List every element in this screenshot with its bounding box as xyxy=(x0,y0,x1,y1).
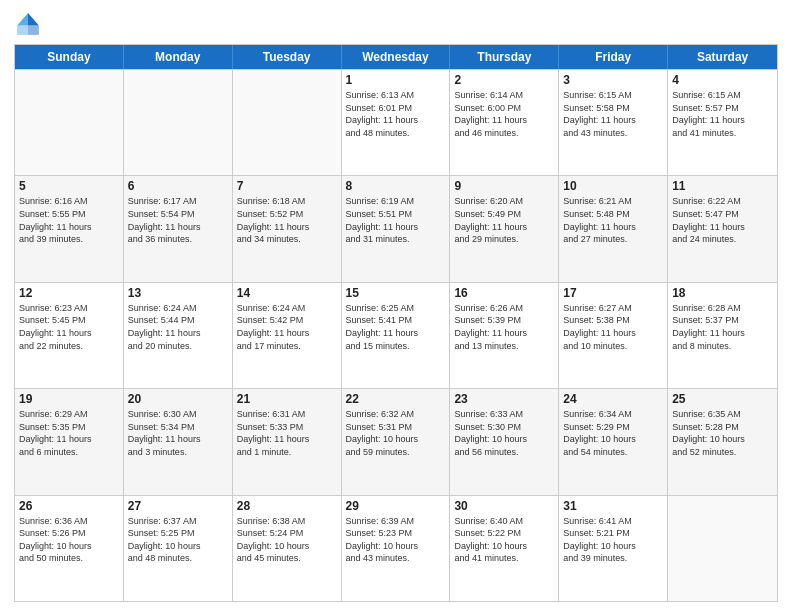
cal-header-day: Wednesday xyxy=(342,45,451,69)
day-number: 6 xyxy=(128,179,228,193)
calendar-cell: 22Sunrise: 6:32 AM Sunset: 5:31 PM Dayli… xyxy=(342,389,451,494)
svg-rect-3 xyxy=(17,26,28,35)
svg-marker-0 xyxy=(28,13,39,25)
day-number: 28 xyxy=(237,499,337,513)
cal-header-day: Friday xyxy=(559,45,668,69)
logo-icon xyxy=(14,10,42,38)
calendar-cell: 31Sunrise: 6:41 AM Sunset: 5:21 PM Dayli… xyxy=(559,496,668,601)
calendar-cell: 15Sunrise: 6:25 AM Sunset: 5:41 PM Dayli… xyxy=(342,283,451,388)
day-number: 24 xyxy=(563,392,663,406)
calendar-header: SundayMondayTuesdayWednesdayThursdayFrid… xyxy=(15,45,777,69)
day-number: 25 xyxy=(672,392,773,406)
day-number: 22 xyxy=(346,392,446,406)
calendar-cell: 8Sunrise: 6:19 AM Sunset: 5:51 PM Daylig… xyxy=(342,176,451,281)
calendar-cell: 16Sunrise: 6:26 AM Sunset: 5:39 PM Dayli… xyxy=(450,283,559,388)
day-number: 7 xyxy=(237,179,337,193)
calendar: SundayMondayTuesdayWednesdayThursdayFrid… xyxy=(14,44,778,602)
calendar-cell: 2Sunrise: 6:14 AM Sunset: 6:00 PM Daylig… xyxy=(450,70,559,175)
calendar-cell: 5Sunrise: 6:16 AM Sunset: 5:55 PM Daylig… xyxy=(15,176,124,281)
calendar-cell: 1Sunrise: 6:13 AM Sunset: 6:01 PM Daylig… xyxy=(342,70,451,175)
day-number: 13 xyxy=(128,286,228,300)
calendar-cell: 20Sunrise: 6:30 AM Sunset: 5:34 PM Dayli… xyxy=(124,389,233,494)
day-number: 17 xyxy=(563,286,663,300)
calendar-cell xyxy=(15,70,124,175)
calendar-cell xyxy=(124,70,233,175)
day-info: Sunrise: 6:34 AM Sunset: 5:29 PM Dayligh… xyxy=(563,408,663,458)
cal-header-day: Saturday xyxy=(668,45,777,69)
day-number: 18 xyxy=(672,286,773,300)
cal-header-day: Tuesday xyxy=(233,45,342,69)
svg-marker-1 xyxy=(28,26,39,35)
day-info: Sunrise: 6:40 AM Sunset: 5:22 PM Dayligh… xyxy=(454,515,554,565)
calendar-cell: 25Sunrise: 6:35 AM Sunset: 5:28 PM Dayli… xyxy=(668,389,777,494)
day-number: 27 xyxy=(128,499,228,513)
calendar-cell: 30Sunrise: 6:40 AM Sunset: 5:22 PM Dayli… xyxy=(450,496,559,601)
day-number: 4 xyxy=(672,73,773,87)
calendar-cell xyxy=(233,70,342,175)
cal-header-day: Thursday xyxy=(450,45,559,69)
day-info: Sunrise: 6:33 AM Sunset: 5:30 PM Dayligh… xyxy=(454,408,554,458)
day-info: Sunrise: 6:25 AM Sunset: 5:41 PM Dayligh… xyxy=(346,302,446,352)
day-info: Sunrise: 6:18 AM Sunset: 5:52 PM Dayligh… xyxy=(237,195,337,245)
day-number: 1 xyxy=(346,73,446,87)
calendar-row: 26Sunrise: 6:36 AM Sunset: 5:26 PM Dayli… xyxy=(15,495,777,601)
day-info: Sunrise: 6:28 AM Sunset: 5:37 PM Dayligh… xyxy=(672,302,773,352)
day-number: 5 xyxy=(19,179,119,193)
day-info: Sunrise: 6:38 AM Sunset: 5:24 PM Dayligh… xyxy=(237,515,337,565)
day-number: 2 xyxy=(454,73,554,87)
day-info: Sunrise: 6:17 AM Sunset: 5:54 PM Dayligh… xyxy=(128,195,228,245)
svg-marker-2 xyxy=(17,13,28,25)
day-number: 8 xyxy=(346,179,446,193)
day-number: 10 xyxy=(563,179,663,193)
day-info: Sunrise: 6:32 AM Sunset: 5:31 PM Dayligh… xyxy=(346,408,446,458)
day-number: 16 xyxy=(454,286,554,300)
day-number: 30 xyxy=(454,499,554,513)
calendar-cell: 6Sunrise: 6:17 AM Sunset: 5:54 PM Daylig… xyxy=(124,176,233,281)
day-number: 26 xyxy=(19,499,119,513)
cal-header-day: Monday xyxy=(124,45,233,69)
calendar-cell: 3Sunrise: 6:15 AM Sunset: 5:58 PM Daylig… xyxy=(559,70,668,175)
day-number: 21 xyxy=(237,392,337,406)
day-number: 19 xyxy=(19,392,119,406)
calendar-cell: 14Sunrise: 6:24 AM Sunset: 5:42 PM Dayli… xyxy=(233,283,342,388)
day-info: Sunrise: 6:15 AM Sunset: 5:58 PM Dayligh… xyxy=(563,89,663,139)
calendar-row: 5Sunrise: 6:16 AM Sunset: 5:55 PM Daylig… xyxy=(15,175,777,281)
day-info: Sunrise: 6:35 AM Sunset: 5:28 PM Dayligh… xyxy=(672,408,773,458)
day-info: Sunrise: 6:26 AM Sunset: 5:39 PM Dayligh… xyxy=(454,302,554,352)
day-info: Sunrise: 6:23 AM Sunset: 5:45 PM Dayligh… xyxy=(19,302,119,352)
calendar-body: 1Sunrise: 6:13 AM Sunset: 6:01 PM Daylig… xyxy=(15,69,777,601)
day-info: Sunrise: 6:30 AM Sunset: 5:34 PM Dayligh… xyxy=(128,408,228,458)
cal-header-day: Sunday xyxy=(15,45,124,69)
day-number: 9 xyxy=(454,179,554,193)
day-info: Sunrise: 6:22 AM Sunset: 5:47 PM Dayligh… xyxy=(672,195,773,245)
calendar-row: 19Sunrise: 6:29 AM Sunset: 5:35 PM Dayli… xyxy=(15,388,777,494)
calendar-cell: 10Sunrise: 6:21 AM Sunset: 5:48 PM Dayli… xyxy=(559,176,668,281)
calendar-cell xyxy=(668,496,777,601)
day-info: Sunrise: 6:24 AM Sunset: 5:42 PM Dayligh… xyxy=(237,302,337,352)
day-number: 31 xyxy=(563,499,663,513)
day-info: Sunrise: 6:21 AM Sunset: 5:48 PM Dayligh… xyxy=(563,195,663,245)
day-number: 11 xyxy=(672,179,773,193)
calendar-cell: 7Sunrise: 6:18 AM Sunset: 5:52 PM Daylig… xyxy=(233,176,342,281)
day-info: Sunrise: 6:41 AM Sunset: 5:21 PM Dayligh… xyxy=(563,515,663,565)
calendar-cell: 4Sunrise: 6:15 AM Sunset: 5:57 PM Daylig… xyxy=(668,70,777,175)
calendar-cell: 24Sunrise: 6:34 AM Sunset: 5:29 PM Dayli… xyxy=(559,389,668,494)
calendar-cell: 11Sunrise: 6:22 AM Sunset: 5:47 PM Dayli… xyxy=(668,176,777,281)
day-info: Sunrise: 6:31 AM Sunset: 5:33 PM Dayligh… xyxy=(237,408,337,458)
calendar-cell: 12Sunrise: 6:23 AM Sunset: 5:45 PM Dayli… xyxy=(15,283,124,388)
day-info: Sunrise: 6:14 AM Sunset: 6:00 PM Dayligh… xyxy=(454,89,554,139)
day-info: Sunrise: 6:39 AM Sunset: 5:23 PM Dayligh… xyxy=(346,515,446,565)
calendar-cell: 9Sunrise: 6:20 AM Sunset: 5:49 PM Daylig… xyxy=(450,176,559,281)
day-info: Sunrise: 6:27 AM Sunset: 5:38 PM Dayligh… xyxy=(563,302,663,352)
day-number: 14 xyxy=(237,286,337,300)
calendar-row: 1Sunrise: 6:13 AM Sunset: 6:01 PM Daylig… xyxy=(15,69,777,175)
calendar-row: 12Sunrise: 6:23 AM Sunset: 5:45 PM Dayli… xyxy=(15,282,777,388)
day-number: 29 xyxy=(346,499,446,513)
day-number: 3 xyxy=(563,73,663,87)
day-info: Sunrise: 6:24 AM Sunset: 5:44 PM Dayligh… xyxy=(128,302,228,352)
calendar-cell: 23Sunrise: 6:33 AM Sunset: 5:30 PM Dayli… xyxy=(450,389,559,494)
day-number: 23 xyxy=(454,392,554,406)
calendar-cell: 26Sunrise: 6:36 AM Sunset: 5:26 PM Dayli… xyxy=(15,496,124,601)
day-info: Sunrise: 6:29 AM Sunset: 5:35 PM Dayligh… xyxy=(19,408,119,458)
calendar-cell: 18Sunrise: 6:28 AM Sunset: 5:37 PM Dayli… xyxy=(668,283,777,388)
